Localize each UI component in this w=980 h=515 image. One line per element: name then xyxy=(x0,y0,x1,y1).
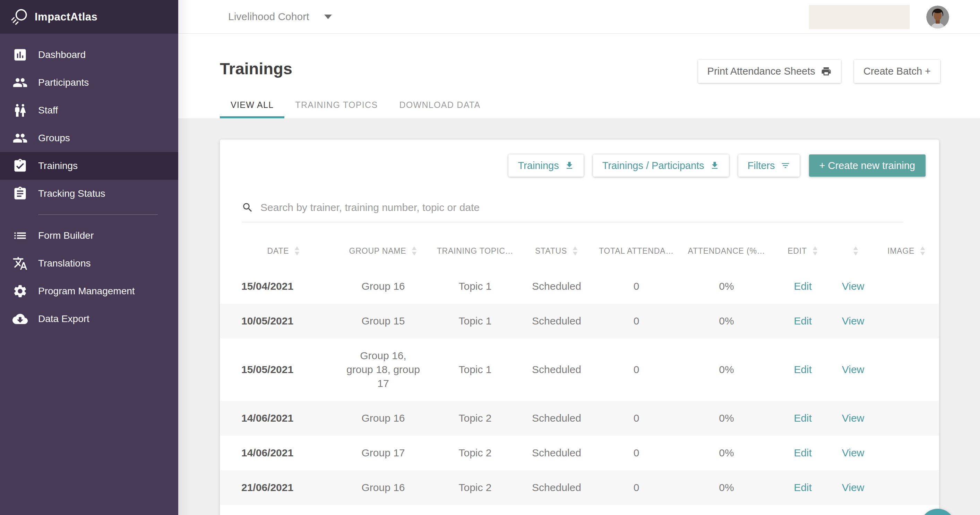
export-trainings-button[interactable]: Trainings xyxy=(508,155,583,177)
content-area: Trainings Trainings / Participants Filte… xyxy=(178,118,980,515)
status-cell: Scheduled xyxy=(520,401,593,435)
group-name-cell: Group 16 xyxy=(336,401,430,435)
sidebar-item-icon xyxy=(13,311,28,327)
sidebar-item[interactable]: Trainings xyxy=(0,152,178,180)
view-cell: View xyxy=(832,505,874,515)
sidebar-item-label: Dashboard xyxy=(38,49,86,61)
view-cell: View xyxy=(832,401,874,435)
column-header[interactable]: STATUS xyxy=(520,246,593,256)
table-row: 10/05/2021 Group 15 Topic 1 Scheduled 0 … xyxy=(220,304,939,338)
tab[interactable]: TRAINING TOPICS xyxy=(284,100,388,118)
sort-icon xyxy=(411,246,417,256)
edit-link[interactable]: Edit xyxy=(794,482,812,493)
training-topic-cell: Topic 2 xyxy=(430,435,520,470)
search-input[interactable] xyxy=(261,202,904,214)
group-name-cell: Group 16, group 18, group 17 xyxy=(336,338,430,401)
cohort-selector[interactable]: Livelihood Cohort xyxy=(228,11,332,22)
user-avatar[interactable] xyxy=(926,6,949,29)
column-header[interactable] xyxy=(832,246,874,256)
sidebar-item-label: Translations xyxy=(38,258,91,269)
create-batch-label: Create Batch + xyxy=(864,65,931,77)
sidebar-item[interactable]: Program Management xyxy=(0,277,178,305)
view-link[interactable]: View xyxy=(842,281,864,292)
view-link[interactable]: View xyxy=(842,315,864,327)
search-bar xyxy=(242,202,904,222)
tab-label: DOWNLOAD DATA xyxy=(399,100,480,110)
date-cell: 21/06/2021 xyxy=(231,470,336,505)
date-cell: 15/04/2021 xyxy=(231,269,336,304)
edit-link[interactable]: Edit xyxy=(794,281,812,292)
sidebar-item[interactable]: Form Builder xyxy=(0,222,178,250)
tab[interactable]: DOWNLOAD DATA xyxy=(388,100,491,118)
sidebar-item-icon xyxy=(13,47,28,62)
app-brand-name: ImpactAtlas xyxy=(35,11,97,23)
sidebar-item[interactable]: Dashboard xyxy=(0,41,178,69)
status-cell: Scheduled xyxy=(520,304,593,338)
attendance-percent-cell: 0% xyxy=(680,435,773,470)
sidebar-item[interactable]: Data Export xyxy=(0,305,178,333)
sidebar-item[interactable]: Participants xyxy=(0,69,178,96)
print-attendance-sheets-button[interactable]: Print Attendance Sheets xyxy=(698,60,841,83)
column-header[interactable]: ATTENDANCE (%… xyxy=(680,246,773,256)
sidebar-item[interactable]: Tracking Status xyxy=(0,180,178,207)
export-trainings-participants-button[interactable]: Trainings / Participants xyxy=(593,155,729,177)
column-header[interactable]: EDIT xyxy=(773,246,832,256)
sidebar-divider xyxy=(38,214,158,215)
trainings-table: DATE GROUP NAME TRAINING TOPIC… STATUS xyxy=(220,233,939,515)
edit-link[interactable]: Edit xyxy=(794,364,812,375)
sidebar-item-icon xyxy=(13,75,28,90)
table-header-row: DATE GROUP NAME TRAINING TOPIC… STATUS xyxy=(220,233,939,269)
table-row: 14/06/2021 Group 16 Topic 2 Scheduled 0 … xyxy=(220,401,939,435)
column-header[interactable]: TOTAL ATTENDA… xyxy=(593,246,680,256)
view-link[interactable]: View xyxy=(842,364,864,375)
group-name-cell: Group 15 xyxy=(336,304,430,338)
sidebar-item[interactable]: Staff xyxy=(0,96,178,124)
edit-cell: Edit xyxy=(773,470,832,505)
group-name-cell: Group 16 xyxy=(336,269,430,304)
total-attendance-cell: 0 xyxy=(593,304,680,338)
sidebar-item[interactable]: Translations xyxy=(0,250,178,277)
cohort-selector-label: Livelihood Cohort xyxy=(228,11,309,22)
edit-cell: Edit xyxy=(773,304,832,338)
column-header[interactable]: TRAINING TOPIC… xyxy=(430,246,520,256)
view-cell: View xyxy=(832,470,874,505)
tab[interactable]: VIEW ALL xyxy=(220,100,284,118)
filters-button[interactable]: Filters xyxy=(738,155,800,177)
attendance-percent-cell: 0% xyxy=(680,304,773,338)
filter-icon xyxy=(781,161,790,171)
create-new-training-button[interactable]: + Create new training xyxy=(809,155,926,177)
training-topic-cell: Topic 1 xyxy=(430,304,520,338)
attendance-percent-cell: 0% xyxy=(680,352,773,387)
sort-icon xyxy=(853,246,859,256)
column-header[interactable]: IMAGE xyxy=(874,246,939,256)
column-header-label: ATTENDANCE (%… xyxy=(688,246,765,256)
table-row: 15/05/2021 Group 16, group 18, group 17 … xyxy=(220,338,939,401)
printer-icon xyxy=(821,66,832,77)
view-link[interactable]: View xyxy=(842,482,864,493)
status-cell: Scheduled xyxy=(520,269,593,304)
create-batch-button[interactable]: Create Batch + xyxy=(854,60,940,83)
avatar-image xyxy=(926,6,949,29)
date-cell: 15/05/2021 xyxy=(231,352,336,387)
training-topic-cell: Topic 2 xyxy=(430,470,520,505)
status-cell: Scheduled xyxy=(520,470,593,505)
sidebar-item[interactable]: Groups xyxy=(0,124,178,152)
edit-link[interactable]: Edit xyxy=(794,412,812,424)
sidebar-item-icon xyxy=(13,256,28,271)
column-header-label: STATUS xyxy=(535,246,567,256)
topbar-right xyxy=(809,0,949,33)
image-cell xyxy=(874,276,939,297)
image-cell xyxy=(874,477,939,498)
date-cell: 14/06/2021 xyxy=(231,401,336,435)
attendance-percent-cell: 0% xyxy=(680,269,773,304)
column-header[interactable]: GROUP NAME xyxy=(336,246,430,256)
column-header-label: EDIT xyxy=(788,246,807,256)
sort-icon xyxy=(812,246,818,256)
training-topic-cell: Topic 2 xyxy=(430,401,520,435)
edit-link[interactable]: Edit xyxy=(794,447,812,458)
app-logo-icon xyxy=(10,8,29,26)
view-link[interactable]: View xyxy=(842,412,864,424)
column-header[interactable]: DATE xyxy=(231,246,336,256)
view-link[interactable]: View xyxy=(842,447,864,458)
edit-link[interactable]: Edit xyxy=(794,315,812,327)
